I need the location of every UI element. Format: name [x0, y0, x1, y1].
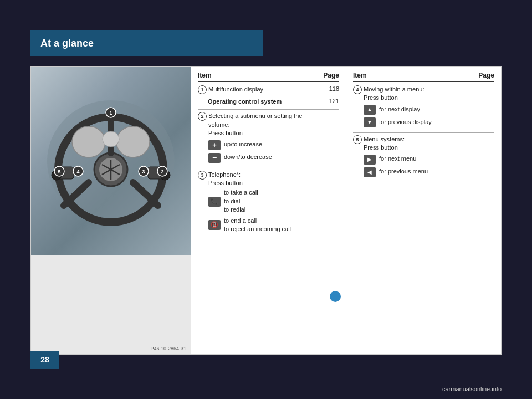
row-text-moving: Moving within a menu:Press button for ne…: [364, 85, 479, 129]
table-row: 5 Menu systems:Press button for next men…: [353, 135, 494, 179]
row-text-multifunction: Multifunction display: [208, 85, 324, 94]
svg-text:4: 4: [76, 169, 79, 175]
row-text-operating: Operating control system: [208, 98, 324, 106]
icon-row-plus: up/to increase: [208, 139, 324, 151]
svg-point-26: [103, 131, 119, 147]
arrow-down-label: for previous display: [379, 118, 432, 126]
row-page-1: 118: [324, 85, 339, 92]
row-text-selecting: Selecting a submenu or setting the volum…: [208, 112, 324, 164]
svg-text:1: 1: [109, 110, 112, 116]
row-number-2: 2: [198, 112, 207, 121]
phone-end-icon: [208, 220, 221, 230]
table-row: 4 Moving within a menu:Press button for …: [353, 85, 494, 129]
right-table-panel: Item Page 4 Moving within a menu:Press b…: [346, 66, 502, 355]
image-panel: 1 2 3 4 5 P46.10-2864-31: [30, 66, 191, 355]
menu-next-label: for next menu: [379, 155, 416, 163]
arrow-down-icon: [364, 117, 376, 127]
table-row: Operating control system 121: [198, 98, 339, 106]
left-col-item-header: Item: [198, 71, 212, 79]
svg-text:5: 5: [58, 169, 60, 175]
left-col-page-header: Page: [323, 71, 339, 79]
photo-label: P46.10-2864-31: [150, 346, 186, 351]
svg-point-25: [116, 126, 150, 157]
row-number-4: 4: [353, 85, 362, 94]
icon-row-minus: down/to decrease: [208, 152, 324, 163]
right-col-page-header: Page: [478, 71, 494, 79]
icon-row-arrow-down: for previous display: [364, 116, 479, 128]
minus-icon: [208, 153, 221, 163]
svg-point-24: [72, 126, 105, 157]
menu-prev-icon: [364, 167, 376, 177]
row-text-telephone: Telephone*:Press button to take a callto…: [208, 171, 324, 235]
steering-wheel-svg: 1 2 3 4 5: [42, 89, 180, 233]
page-number-box: 28: [30, 351, 59, 369]
watermark: carmanualsonline.info: [442, 386, 502, 392]
table-row: 3 Telephone*:Press button to take a call…: [198, 171, 339, 235]
menu-prev-label: for previous menu: [379, 167, 428, 176]
left-table-header: Item Page: [198, 71, 339, 82]
arrow-up-icon: [364, 105, 376, 115]
right-col-item-header: Item: [353, 71, 367, 79]
header-bar: At a glance: [30, 30, 263, 56]
plus-label: up/to increase: [224, 140, 262, 149]
table-row: 1 Multifunction display 118: [198, 85, 339, 94]
table-row: 2 Selecting a submenu or setting the vol…: [198, 112, 339, 164]
minus-label: down/to decrease: [224, 153, 272, 161]
icon-row-menu-next: for next menu: [364, 154, 479, 165]
blue-dot: [330, 291, 341, 302]
row-page-operating: 121: [324, 98, 339, 104]
arrow-up-label: for next display: [379, 105, 420, 114]
plus-icon: [208, 140, 221, 150]
right-table-header: Item Page: [353, 71, 494, 82]
icon-row-phone-end: to end a callto reject an incoming call: [208, 217, 324, 234]
phone-take-label: to take a callto dialto redial: [224, 188, 258, 214]
row-text-menu: Menu systems:Press button for next menu …: [364, 135, 479, 179]
icon-row-menu-prev: for previous menu: [364, 166, 479, 178]
icon-row-phone-take: to take a callto dialto redial: [208, 188, 324, 214]
phone-end-label: to end a callto reject an incoming call: [224, 217, 291, 234]
svg-text:2: 2: [161, 169, 163, 175]
steering-wheel-image: 1 2 3 4 5: [31, 67, 191, 255]
icon-row-arrow-up: for next display: [364, 104, 479, 115]
left-table-panel: Item Page 1 Multifunction display 118 Op…: [191, 66, 346, 355]
row-number-1: 1: [198, 85, 207, 94]
page-number-label: 28: [40, 355, 49, 364]
page-title: At a glance: [40, 38, 94, 49]
menu-next-icon: [364, 155, 376, 165]
content-area: 1 2 3 4 5 P46.10-2864-31: [30, 66, 502, 355]
phone-take-icon: [208, 197, 221, 207]
row-number-5: 5: [353, 135, 362, 144]
svg-text:3: 3: [142, 169, 145, 175]
row-number-3: 3: [198, 171, 207, 180]
